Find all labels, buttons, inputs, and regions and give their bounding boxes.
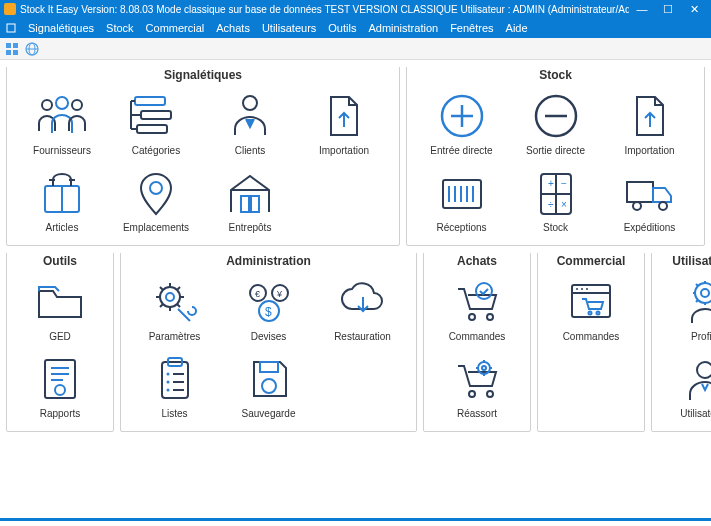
svg-point-80 — [589, 312, 592, 315]
item-clients[interactable]: Clients — [205, 87, 295, 160]
maximize-button[interactable]: ☐ — [655, 0, 681, 18]
label-parametres: Paramètres — [149, 331, 201, 342]
menu-stock[interactable]: Stock — [106, 22, 134, 34]
svg-point-44 — [659, 202, 667, 210]
clipboard-list-icon — [146, 354, 204, 404]
item-rapports[interactable]: Rapports — [15, 350, 105, 423]
cart-check-icon — [448, 277, 506, 327]
label-listes: Listes — [161, 408, 187, 419]
svg-point-81 — [597, 312, 600, 315]
menu-dropdown-icon[interactable] — [6, 23, 16, 33]
svg-point-71 — [469, 391, 475, 397]
window-title: Stock It Easy Version: 8.08.03 Mode clas… — [20, 4, 629, 15]
svg-rect-13 — [137, 125, 167, 133]
calculator-icon: + − ÷ × — [527, 168, 585, 218]
svg-point-18 — [243, 96, 257, 110]
menu-outils[interactable]: Outils — [328, 22, 356, 34]
item-articles[interactable]: Articles — [17, 164, 107, 237]
footer-accent — [0, 518, 711, 521]
item-entree-directe[interactable]: Entrée directe — [417, 87, 507, 160]
label-devises: Devises — [251, 331, 287, 342]
label-ged: GED — [49, 331, 71, 342]
toolbar — [0, 38, 711, 60]
svg-text:¥: ¥ — [276, 289, 283, 299]
panel-title-commercial: Commercial — [538, 252, 644, 270]
svg-rect-42 — [627, 182, 653, 202]
import-icon — [621, 91, 679, 141]
close-button[interactable]: ✕ — [681, 0, 707, 18]
item-importation-signal[interactable]: Importation — [299, 87, 389, 160]
app-icon — [4, 3, 16, 15]
svg-point-72 — [487, 391, 493, 397]
categories-icon — [127, 91, 185, 141]
label-importation-signal: Importation — [319, 145, 369, 156]
menu-signaletiques[interactable]: Signalétiques — [28, 22, 94, 34]
menu-fenetres[interactable]: Fenêtres — [450, 22, 493, 34]
svg-point-62 — [166, 381, 169, 384]
item-parametres[interactable]: Paramètres — [130, 273, 220, 346]
item-achats-commandes[interactable]: Commandes — [432, 273, 522, 346]
browser-cart-icon — [562, 277, 620, 327]
menu-administration[interactable]: Administration — [368, 22, 438, 34]
menu-commercial[interactable]: Commercial — [146, 22, 205, 34]
item-emplacements[interactable]: Emplacements — [111, 164, 201, 237]
minimize-button[interactable]: — — [629, 0, 655, 18]
item-restauration[interactable]: Restauration — [318, 273, 408, 346]
save-disk-icon — [240, 354, 298, 404]
svg-text:+: + — [548, 178, 554, 189]
svg-rect-23 — [251, 196, 259, 212]
label-sortie: Sortie directe — [526, 145, 585, 156]
label-entree: Entrée directe — [430, 145, 492, 156]
cloud-download-icon — [334, 277, 392, 327]
label-restauration: Restauration — [334, 331, 391, 342]
item-reassort[interactable]: Réassort — [432, 350, 522, 423]
menu-aide[interactable]: Aide — [506, 22, 528, 34]
item-stock[interactable]: + − ÷ × Stock — [511, 164, 601, 237]
cart-gear-icon — [448, 354, 506, 404]
svg-point-70 — [476, 283, 492, 299]
item-expeditions[interactable]: Expéditions — [605, 164, 695, 237]
svg-rect-2 — [13, 43, 18, 48]
folder-icon — [31, 277, 89, 327]
label-commercial-commandes: Commandes — [563, 331, 620, 342]
item-sauvegarde[interactable]: Sauvegarde — [224, 350, 314, 423]
item-utilisateurs[interactable]: Utilisateurs — [660, 350, 711, 423]
svg-rect-1 — [6, 43, 11, 48]
suppliers-icon — [33, 91, 91, 141]
label-utilisateurs: Utilisateurs — [680, 408, 711, 419]
panel-title-outils: Outils — [7, 252, 113, 270]
item-receptions[interactable]: Réceptions — [417, 164, 507, 237]
menu-utilisateurs[interactable]: Utilisateurs — [262, 22, 316, 34]
import-icon — [315, 91, 373, 141]
svg-text:$: $ — [265, 305, 272, 319]
item-fournisseurs[interactable]: Fournisseurs — [17, 87, 107, 160]
warehouse-icon — [221, 168, 279, 218]
locations-icon — [127, 168, 185, 218]
svg-point-84 — [697, 362, 711, 378]
item-commercial-commandes[interactable]: Commandes — [546, 273, 636, 346]
item-entrepots[interactable]: Entrepôts — [205, 164, 295, 237]
item-importation-stock[interactable]: Importation — [605, 87, 695, 160]
panel-administration: Administration Paramètres — [120, 252, 417, 432]
item-sortie-directe[interactable]: Sortie directe — [511, 87, 601, 160]
label-receptions: Réceptions — [436, 222, 486, 233]
svg-point-67 — [262, 379, 276, 393]
panel-commercial: Commercial Commandes — [537, 252, 645, 432]
toolbar-grid-icon[interactable] — [4, 41, 20, 57]
svg-text:×: × — [561, 199, 567, 210]
panel-title-signaletiques: Signalétiques — [7, 66, 399, 84]
item-devises[interactable]: € ¥ $ Devises — [224, 273, 314, 346]
menu-achats[interactable]: Achats — [216, 22, 250, 34]
item-ged[interactable]: GED — [15, 273, 105, 346]
svg-point-21 — [150, 182, 162, 194]
svg-rect-66 — [260, 362, 278, 372]
svg-point-79 — [586, 288, 588, 290]
item-profils[interactable]: Profils — [660, 273, 711, 346]
toolbar-globe-icon[interactable] — [24, 41, 40, 57]
panel-outils: Outils GED — [6, 252, 114, 432]
item-listes[interactable]: Listes — [130, 350, 220, 423]
item-categories[interactable]: Catégories — [111, 87, 201, 160]
label-categories: Catégories — [132, 145, 180, 156]
label-achats-commandes: Commandes — [449, 331, 506, 342]
currency-icon: € ¥ $ — [240, 277, 298, 327]
